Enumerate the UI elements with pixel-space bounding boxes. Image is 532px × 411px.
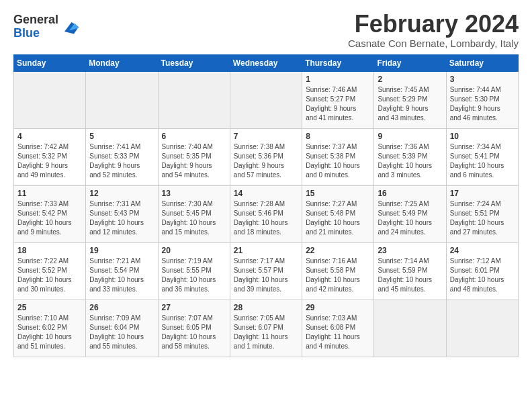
day-number: 24 (450, 246, 515, 255)
day-number: 26 (89, 303, 154, 312)
weekday-header: Friday (374, 54, 446, 71)
calendar-cell: 25Sunrise: 7:10 AM Sunset: 6:02 PM Dayli… (14, 300, 86, 357)
calendar-week-row: 1Sunrise: 7:46 AM Sunset: 5:27 PM Daylig… (14, 71, 519, 128)
logo-line1: General (13, 13, 58, 27)
calendar-cell: 28Sunrise: 7:05 AM Sunset: 6:07 PM Dayli… (230, 300, 302, 357)
day-number: 9 (378, 132, 442, 141)
cell-info: Sunrise: 7:27 AM Sunset: 5:48 PM Dayligh… (306, 199, 370, 237)
day-number: 27 (162, 303, 226, 312)
calendar-cell: 14Sunrise: 7:28 AM Sunset: 5:46 PM Dayli… (230, 185, 302, 242)
cell-info: Sunrise: 7:09 AM Sunset: 6:04 PM Dayligh… (89, 314, 154, 351)
calendar-cell: 8Sunrise: 7:37 AM Sunset: 5:38 PM Daylig… (302, 128, 374, 185)
day-number: 3 (450, 75, 515, 84)
cell-info: Sunrise: 7:12 AM Sunset: 6:01 PM Dayligh… (450, 257, 515, 294)
day-number: 16 (378, 189, 442, 198)
cell-info: Sunrise: 7:44 AM Sunset: 5:30 PM Dayligh… (450, 85, 515, 123)
cell-info: Sunrise: 7:37 AM Sunset: 5:38 PM Dayligh… (306, 142, 370, 180)
logo-text: General Blue (13, 13, 58, 40)
cell-info: Sunrise: 7:36 AM Sunset: 5:39 PM Dayligh… (378, 142, 442, 180)
calendar-table: SundayMondayTuesdayWednesdayThursdayFrid… (13, 54, 519, 357)
calendar-cell: 26Sunrise: 7:09 AM Sunset: 6:04 PM Dayli… (86, 300, 158, 357)
cell-info: Sunrise: 7:19 AM Sunset: 5:55 PM Dayligh… (162, 257, 226, 294)
cell-info: Sunrise: 7:24 AM Sunset: 5:51 PM Dayligh… (450, 199, 515, 237)
calendar-cell: 19Sunrise: 7:21 AM Sunset: 5:54 PM Dayli… (86, 242, 158, 300)
calendar-cell: 5Sunrise: 7:41 AM Sunset: 5:33 PM Daylig… (86, 128, 158, 185)
calendar-cell: 20Sunrise: 7:19 AM Sunset: 5:55 PM Dayli… (158, 242, 230, 300)
day-number: 20 (162, 246, 226, 255)
calendar-cell: 1Sunrise: 7:46 AM Sunset: 5:27 PM Daylig… (302, 71, 374, 128)
title-block: February 2024 Casnate Con Bernate, Lomba… (348, 11, 519, 49)
calendar-cell: 9Sunrise: 7:36 AM Sunset: 5:39 PM Daylig… (374, 128, 446, 185)
day-number: 18 (17, 246, 82, 255)
calendar-cell: 27Sunrise: 7:07 AM Sunset: 6:05 PM Dayli… (158, 300, 230, 357)
cell-info: Sunrise: 7:07 AM Sunset: 6:05 PM Dayligh… (162, 314, 226, 351)
cell-info: Sunrise: 7:25 AM Sunset: 5:49 PM Dayligh… (378, 199, 442, 237)
calendar-cell: 15Sunrise: 7:27 AM Sunset: 5:48 PM Dayli… (302, 185, 374, 242)
day-number: 17 (450, 189, 515, 198)
day-number: 28 (234, 303, 298, 312)
cell-info: Sunrise: 7:41 AM Sunset: 5:33 PM Dayligh… (89, 142, 154, 180)
calendar-week-row: 18Sunrise: 7:22 AM Sunset: 5:52 PM Dayli… (14, 242, 519, 300)
day-number: 1 (306, 75, 370, 84)
calendar-cell: 21Sunrise: 7:17 AM Sunset: 5:57 PM Dayli… (230, 242, 302, 300)
calendar-cell: 22Sunrise: 7:16 AM Sunset: 5:58 PM Dayli… (302, 242, 374, 300)
calendar-cell: 18Sunrise: 7:22 AM Sunset: 5:52 PM Dayli… (14, 242, 86, 300)
day-number: 8 (306, 132, 370, 141)
calendar-cell: 4Sunrise: 7:42 AM Sunset: 5:32 PM Daylig… (14, 128, 86, 185)
cell-info: Sunrise: 7:30 AM Sunset: 5:45 PM Dayligh… (162, 199, 226, 237)
day-number: 4 (17, 132, 82, 141)
day-number: 19 (89, 246, 154, 255)
calendar-cell: 13Sunrise: 7:30 AM Sunset: 5:45 PM Dayli… (158, 185, 230, 242)
cell-info: Sunrise: 7:45 AM Sunset: 5:29 PM Dayligh… (378, 85, 442, 123)
day-number: 14 (234, 189, 298, 198)
weekday-header: Sunday (14, 54, 86, 71)
calendar-cell (230, 71, 302, 128)
day-number: 23 (378, 246, 442, 255)
weekday-header-row: SundayMondayTuesdayWednesdayThursdayFrid… (14, 54, 519, 71)
weekday-header: Monday (86, 54, 158, 71)
calendar-cell: 10Sunrise: 7:34 AM Sunset: 5:41 PM Dayli… (446, 128, 518, 185)
calendar-week-row: 25Sunrise: 7:10 AM Sunset: 6:02 PM Dayli… (14, 300, 519, 357)
calendar-cell: 6Sunrise: 7:40 AM Sunset: 5:35 PM Daylig… (158, 128, 230, 185)
location: Casnate Con Bernate, Lombardy, Italy (348, 38, 519, 49)
weekday-header: Wednesday (230, 54, 302, 71)
calendar-cell: 29Sunrise: 7:03 AM Sunset: 6:08 PM Dayli… (302, 300, 374, 357)
calendar-cell: 17Sunrise: 7:24 AM Sunset: 5:51 PM Dayli… (446, 185, 518, 242)
logo: General Blue (13, 13, 79, 40)
calendar-week-row: 4Sunrise: 7:42 AM Sunset: 5:32 PM Daylig… (14, 128, 519, 185)
calendar-cell: 2Sunrise: 7:45 AM Sunset: 5:29 PM Daylig… (374, 71, 446, 128)
day-number: 6 (162, 132, 226, 141)
cell-info: Sunrise: 7:05 AM Sunset: 6:07 PM Dayligh… (234, 314, 298, 351)
cell-info: Sunrise: 7:34 AM Sunset: 5:41 PM Dayligh… (450, 142, 515, 180)
cell-info: Sunrise: 7:33 AM Sunset: 5:42 PM Dayligh… (17, 199, 82, 237)
day-number: 5 (89, 132, 154, 141)
logo-line2: Blue (13, 27, 58, 40)
calendar-cell (158, 71, 230, 128)
cell-info: Sunrise: 7:17 AM Sunset: 5:57 PM Dayligh… (234, 257, 298, 294)
cell-info: Sunrise: 7:40 AM Sunset: 5:35 PM Dayligh… (162, 142, 226, 180)
day-number: 7 (234, 132, 298, 141)
cell-info: Sunrise: 7:14 AM Sunset: 5:59 PM Dayligh… (378, 257, 442, 294)
cell-info: Sunrise: 7:22 AM Sunset: 5:52 PM Dayligh… (17, 257, 82, 294)
day-number: 15 (306, 189, 370, 198)
calendar-cell: 7Sunrise: 7:38 AM Sunset: 5:36 PM Daylig… (230, 128, 302, 185)
page-header: General Blue February 2024 Casnate Con B… (13, 11, 519, 49)
calendar-cell: 23Sunrise: 7:14 AM Sunset: 5:59 PM Dayli… (374, 242, 446, 300)
day-number: 12 (89, 189, 154, 198)
day-number: 25 (17, 303, 82, 312)
cell-info: Sunrise: 7:28 AM Sunset: 5:46 PM Dayligh… (234, 199, 298, 237)
calendar-week-row: 11Sunrise: 7:33 AM Sunset: 5:42 PM Dayli… (14, 185, 519, 242)
calendar-cell (446, 300, 518, 357)
day-number: 2 (378, 75, 442, 84)
day-number: 21 (234, 246, 298, 255)
cell-info: Sunrise: 7:42 AM Sunset: 5:32 PM Dayligh… (17, 142, 82, 180)
calendar-cell (86, 71, 158, 128)
calendar-cell: 16Sunrise: 7:25 AM Sunset: 5:49 PM Dayli… (374, 185, 446, 242)
calendar-cell (374, 300, 446, 357)
day-number: 13 (162, 189, 226, 198)
day-number: 10 (450, 132, 515, 141)
calendar-cell (14, 71, 86, 128)
cell-info: Sunrise: 7:10 AM Sunset: 6:02 PM Dayligh… (17, 314, 82, 351)
calendar-cell: 24Sunrise: 7:12 AM Sunset: 6:01 PM Dayli… (446, 242, 518, 300)
calendar-cell: 11Sunrise: 7:33 AM Sunset: 5:42 PM Dayli… (14, 185, 86, 242)
